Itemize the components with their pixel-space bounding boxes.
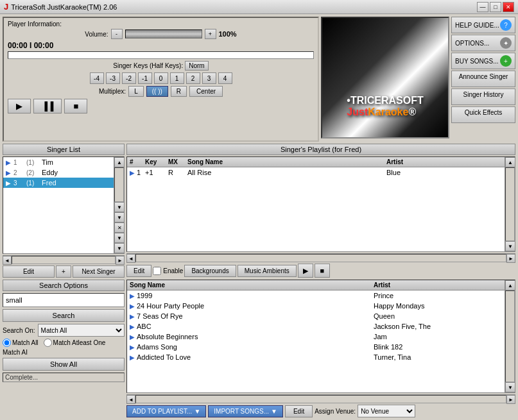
assign-venue-select[interactable]: No Venue	[358, 405, 415, 417]
playlist-stop-button[interactable]: ■	[315, 264, 330, 278]
key-plus3-button[interactable]: 3	[202, 72, 216, 84]
key-0-button[interactable]: 0	[154, 72, 168, 84]
progress-bar[interactable]	[8, 51, 314, 59]
singer-scroll-down2-button[interactable]: ▼	[114, 212, 125, 223]
playlist-scroll-track[interactable]	[505, 167, 515, 241]
add-to-playlist-button[interactable]: ADD TO PLAYLIST... ▼	[126, 405, 206, 417]
video-panel: •TRICERASOFT JustKaraoke®	[321, 17, 449, 139]
volume-down-button[interactable]: -	[111, 29, 123, 39]
search-input[interactable]	[3, 293, 125, 307]
pause-button[interactable]: ▐▐	[33, 99, 62, 113]
key-minus1-button[interactable]: -1	[138, 72, 152, 84]
buy-songs-button[interactable]: BUY SONGS... +	[451, 53, 515, 69]
singer-item-1[interactable]: ▶ 1 (1) Tim	[3, 157, 114, 167]
minimize-button[interactable]: —	[477, 2, 488, 12]
music-ambients-button[interactable]: Music Ambients	[237, 265, 297, 277]
quick-effects-button[interactable]: Quick Effects	[451, 106, 515, 123]
enable-checkbox-label: Enable	[153, 267, 183, 275]
singer-hscroll-right-button[interactable]: ►	[116, 256, 125, 265]
center-button[interactable]: Center	[189, 86, 223, 97]
enable-label: Enable	[163, 267, 183, 274]
match-atleast-radio[interactable]	[44, 339, 52, 347]
playlist-play-button[interactable]: ▶	[298, 264, 313, 278]
singer-scroll-track[interactable]	[114, 167, 124, 202]
match-all-radio[interactable]	[3, 339, 11, 347]
singer-add-button[interactable]: +	[56, 265, 71, 278]
backgrounds-button[interactable]: Backgrounds	[184, 265, 236, 277]
song-row-7[interactable]: ▶ Addicted To Love Turner, Tina	[127, 352, 505, 362]
playlist-row-1[interactable]: ▶ 1 +1 R All Rise Blue	[127, 167, 505, 178]
multiplex-l-button[interactable]: L	[128, 86, 144, 97]
search-button[interactable]: Search	[3, 309, 125, 322]
singer-history-button[interactable]: Singer History	[451, 88, 515, 105]
singer-scroll-up-button[interactable]: ▲	[114, 157, 125, 167]
help-guide-button[interactable]: HELP GUIDE... ?	[451, 17, 515, 33]
middle-section: Singer List ▶ 1 (1) Tim ▶ 2 (2) Eddy	[3, 144, 515, 278]
playlist-row1-num: ▶ 1	[130, 169, 145, 176]
key-plus4-button[interactable]: 4	[218, 72, 232, 84]
song-row3-song: ▶ 7 Seas Of Rye	[130, 312, 374, 320]
next-singer-button[interactable]: Next Singer	[73, 265, 125, 278]
key-minus4-button[interactable]: -4	[90, 72, 104, 84]
singer-item-3[interactable]: ▶ 3 (1) Fred	[3, 178, 114, 188]
close-button[interactable]: ✕	[503, 2, 514, 12]
song-hscroll-left-button[interactable]: ◄	[126, 395, 135, 404]
playlist-header: Singer's Playlist (for Fred)	[126, 144, 515, 155]
volume-up-button[interactable]: +	[205, 29, 216, 39]
key-plus1-button[interactable]: 1	[170, 72, 184, 84]
singer-scroll-down4-button[interactable]: ▼	[114, 243, 125, 253]
key-plus2-button[interactable]: 2	[186, 72, 200, 84]
import-songs-button[interactable]: IMPORT SONGS... ▼	[208, 405, 283, 417]
norm-button[interactable]: Norm	[185, 61, 208, 71]
song-edit-button[interactable]: Edit	[285, 405, 313, 417]
song-row-5[interactable]: ▶ Absolute Beginners Jam	[127, 332, 505, 342]
key-minus2-button[interactable]: -2	[122, 72, 136, 84]
volume-slider[interactable]	[125, 29, 202, 38]
singer-list-scrollbar: ▲ ▼ ▼ ✕ ▼ ▼	[114, 157, 124, 253]
status-bar: Complete...	[3, 373, 125, 382]
song-row-6[interactable]: ▶ Adams Song Blink 182	[127, 342, 505, 352]
singer-hscroll-left-button[interactable]: ◄	[3, 256, 12, 265]
song-row-4[interactable]: ▶ ABC Jackson Five, The	[127, 321, 505, 332]
playlist-panel: Singer's Playlist (for Fred) # Key MX So…	[126, 144, 515, 278]
song-scroll-track[interactable]	[505, 290, 515, 382]
playlist-edit-button[interactable]: Edit	[126, 265, 151, 277]
singer-item-2[interactable]: ▶ 2 (2) Eddy	[3, 167, 114, 178]
song-table: Song Name Artist ▶ 1999 Prince ▶ 24 Hour…	[127, 280, 505, 392]
song-scroll-down-button[interactable]: ▼	[505, 382, 515, 392]
stop-button[interactable]: ■	[64, 99, 87, 113]
search-on-select[interactable]: Match All Song Name Artist Any	[38, 324, 125, 337]
show-all-button[interactable]: Show All	[3, 358, 125, 371]
playlist-hscroll-track[interactable]	[135, 254, 506, 262]
key-minus3-button[interactable]: -3	[106, 72, 120, 84]
singer-scroll-down1-button[interactable]: ▼	[114, 202, 125, 212]
singer-edit-button[interactable]: Edit	[3, 265, 55, 278]
playlist-scroll-down-button[interactable]: ▼	[505, 241, 515, 251]
multiplex-r-button[interactable]: R	[171, 86, 187, 97]
search-options-header: Search Options	[3, 280, 125, 291]
song-table-header: Song Name Artist	[127, 280, 505, 290]
song-hscroll-right-button[interactable]: ►	[506, 395, 515, 404]
announce-singer-button[interactable]: Announce Singer	[451, 71, 515, 87]
song-row2-artist: Happy Mondays	[374, 302, 502, 310]
options-button[interactable]: OPTIONS... ✦	[451, 35, 515, 51]
song-row-1[interactable]: ▶ 1999 Prince	[127, 290, 505, 301]
multiplex-both-button[interactable]: (( ))	[146, 86, 168, 97]
singer-scroll-x-button[interactable]: ✕	[114, 223, 125, 233]
song-hscroll-track[interactable]	[135, 395, 506, 403]
song-row-2[interactable]: ▶ 24 Hour Party People Happy Mondays	[127, 301, 505, 311]
playlist-hscroll-left-button[interactable]: ◄	[126, 254, 135, 263]
song-row-3[interactable]: ▶ 7 Seas Of Rye Queen	[127, 311, 505, 321]
singer-hscroll-track[interactable]	[12, 256, 116, 264]
play-button[interactable]: ▶	[8, 99, 31, 113]
transport-row: ▶ ▐▐ ■	[8, 99, 314, 113]
singer-scroll-down3-button[interactable]: ▼	[114, 233, 125, 243]
playlist-col-song: Song Name	[187, 158, 386, 165]
playlist-row1-mx: R	[168, 169, 187, 176]
playlist-scroll-up-button[interactable]: ▲	[505, 157, 515, 167]
song-scroll-up-button[interactable]: ▲	[505, 280, 515, 290]
playlist-hscroll-right-button[interactable]: ►	[506, 254, 515, 263]
enable-checkbox[interactable]	[153, 267, 161, 275]
maximize-button[interactable]: □	[490, 2, 501, 12]
playlist-row1-key: +1	[145, 169, 168, 176]
